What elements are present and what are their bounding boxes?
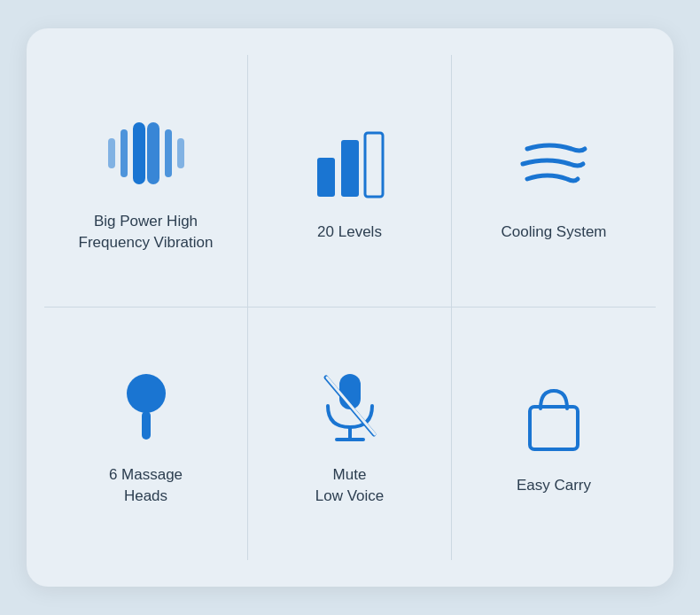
svg-rect-7 — [341, 140, 359, 197]
svg-rect-10 — [142, 411, 151, 440]
levels-label: 20 Levels — [317, 222, 382, 243]
svg-rect-4 — [165, 129, 172, 177]
vibration-icon — [106, 113, 186, 193]
levels-icon — [310, 124, 390, 204]
massage-icon-wrap — [106, 367, 186, 447]
levels-icon-wrap — [310, 124, 390, 204]
feature-card: Big Power HighFrequency Vibration 20 Lev… — [27, 28, 673, 587]
feature-grid: Big Power HighFrequency Vibration 20 Lev… — [44, 55, 656, 560]
mute-icon-wrap — [310, 367, 390, 447]
feature-cell-vibration: Big Power HighFrequency Vibration — [44, 55, 248, 308]
feature-cell-cooling: Cooling System — [452, 55, 656, 308]
massage-icon — [106, 367, 186, 447]
carry-label: Easy Carry — [517, 475, 591, 496]
carry-icon-wrap — [514, 378, 594, 457]
cooling-label: Cooling System — [501, 222, 606, 243]
feature-cell-mute: MuteLow Voice — [248, 308, 452, 560]
vibration-label: Big Power HighFrequency Vibration — [79, 211, 214, 253]
svg-rect-1 — [121, 129, 128, 177]
svg-rect-2 — [133, 122, 145, 184]
feature-cell-carry: Easy Carry — [452, 308, 656, 560]
massage-label: 6 MassageHeads — [109, 464, 183, 507]
svg-rect-0 — [108, 138, 115, 168]
svg-rect-6 — [317, 158, 335, 197]
svg-point-9 — [127, 374, 166, 413]
mute-label: MuteLow Voice — [315, 464, 385, 507]
svg-rect-5 — [177, 138, 184, 168]
carry-icon — [514, 378, 594, 457]
svg-rect-8 — [365, 133, 383, 197]
svg-rect-16 — [530, 407, 578, 449]
feature-cell-massage: 6 MassageHeads — [44, 308, 248, 560]
vibration-icon-wrap — [106, 113, 186, 193]
cooling-icon — [514, 124, 594, 204]
svg-rect-3 — [147, 122, 159, 184]
mute-icon — [310, 367, 390, 447]
cooling-icon-wrap — [514, 124, 594, 204]
feature-cell-levels: 20 Levels — [248, 55, 452, 308]
